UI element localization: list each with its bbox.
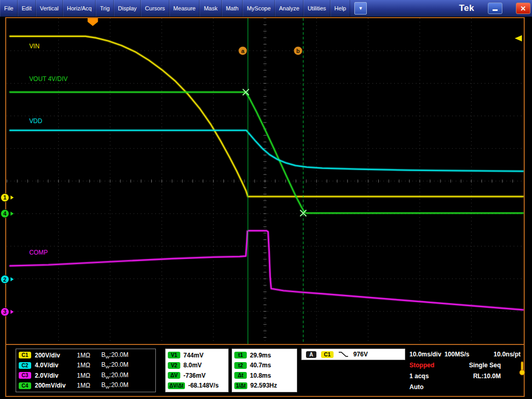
cursor-readout-value-v2: 8.0mV (183, 362, 202, 369)
menu-utilities[interactable]: Utilities (303, 0, 330, 17)
svg-text:1: 1 (3, 194, 6, 201)
acquisition-state: Stopped (409, 362, 434, 369)
resolution-value: 10.0ns/pt (494, 351, 521, 358)
trigger-level-marker[interactable] (515, 35, 522, 42)
channel-impedance: 1MΩ (77, 352, 98, 359)
minimize-icon (493, 9, 498, 11)
menu-items: FileEditVerticalHoriz/AcqTrigDisplayCurs… (0, 0, 350, 17)
channel-readout-c4[interactable]: C4200mV/div1MΩBW:20.0M (19, 381, 153, 390)
acquisition-count: 1 acqs (409, 373, 429, 380)
cursor-b-letter: b (296, 48, 300, 54)
channel-marker-1[interactable]: 1 (1, 193, 14, 202)
channel-bandwidth: BW:20.0M (101, 361, 128, 369)
trigger-position-marker[interactable] (88, 18, 98, 26)
cursor-readout-badge-v-t: ΔV/Δt (168, 382, 185, 389)
channel-badge-c2[interactable]: C2 (19, 362, 31, 369)
cursor-readout-badge-t: Δt (234, 372, 247, 379)
menu-trig[interactable]: Trig (96, 0, 114, 17)
temperature-icon (519, 361, 525, 376)
status-bar: C1200V/div1MΩBW:20.0MC24.0V/div1MΩBW:20.… (6, 345, 524, 396)
channel-impedance: 1MΩ (77, 362, 98, 369)
tek-logo: Tek (459, 3, 474, 14)
channel-bandwidth: BW:20.0M (101, 371, 128, 380)
channel-scale: 200mV/div (35, 382, 73, 389)
menu-vertical[interactable]: Vertical (36, 0, 63, 17)
cursor-time-readouts: t129.9mst240.7msΔt10.8ms1/Δt92.593Hz (232, 349, 297, 392)
menu-bar: FileEditVerticalHoriz/AcqTrigDisplayCurs… (0, 0, 532, 17)
close-button[interactable]: ✕ (516, 3, 530, 14)
channel-badge-c4[interactable]: C4 (19, 382, 31, 389)
scope-screen: VINVOUT 4V/DIVVDDCOMPab1423 C1200V/div1M… (5, 17, 525, 397)
cursor-readout-v: ΔV-736mV (168, 372, 226, 379)
channel-marker-3[interactable]: 3 (1, 308, 14, 316)
menu-math[interactable]: Math (222, 0, 243, 17)
menu-help[interactable]: Help (330, 0, 351, 17)
cursor-voltage-readouts: V1744mVV28.0mVΔV-736mVΔV/Δt-68.148V/s (165, 349, 229, 392)
menu-dropdown-button[interactable]: ▼ (354, 2, 367, 15)
channel-marker-2[interactable]: 2 (1, 275, 14, 284)
channel-scale: 200V/div (35, 352, 73, 359)
cursor-readout-value-t1: 29.9ms (250, 352, 271, 359)
chevron-down-icon: ▼ (358, 6, 363, 11)
channel-readout-c1[interactable]: C1200V/div1MΩBW:20.0M (19, 351, 153, 360)
cursor-readout-t1: t129.9ms (234, 352, 295, 359)
wave-label-vdd: VDD (29, 117, 43, 125)
trace-ch3-comp-glow (10, 231, 523, 310)
channel-readout-c3[interactable]: C32.0V/div1MΩBW:20.0M (19, 371, 153, 380)
cursor-readout-value-t2: 40.7ms (250, 362, 271, 369)
channel-bandwidth: BW:20.0M (101, 351, 128, 360)
channel-scale: 2.0V/div (35, 372, 73, 379)
wave-label-comp: COMP (29, 249, 48, 256)
svg-text:2: 2 (3, 276, 6, 283)
cursor-readout-value-v1: 744mV (183, 352, 204, 359)
wave-label-vin: VIN (29, 43, 39, 50)
cursor-readout-v1: V1744mV (168, 352, 226, 359)
cursor-readout-badge-1-t: 1/Δt (234, 382, 247, 389)
svg-text:4: 4 (3, 210, 7, 217)
channel-badge-c1[interactable]: C1 (19, 352, 31, 358)
waveform-display: VINVOUT 4V/DIVVDDCOMPab1423 (6, 18, 524, 344)
horizontal-acquisition-panel: 10.0ms/div 100MS/s 10.0ns/pt Stopped Sin… (409, 349, 521, 393)
wave-label-vout: VOUT 4V/DIV (29, 75, 68, 83)
cursor-readout-badge-v2: V2 (168, 362, 180, 369)
menu-myscope[interactable]: MyScope (243, 0, 275, 17)
trace-ch1-vin (10, 36, 523, 197)
cursor-readout-t2: t240.7ms (234, 362, 295, 369)
acquisition-state-row: Stopped Single Seq (409, 360, 521, 370)
menu-horiz-acq[interactable]: Horiz/Acq (63, 0, 96, 17)
menu-file[interactable]: File (0, 0, 18, 17)
channel-scale: 4.0V/div (35, 362, 73, 369)
channel-readout-c2[interactable]: C24.0V/div1MΩBW:20.0M (19, 361, 153, 369)
trigger-status[interactable]: A C1 976V (301, 349, 405, 360)
trigger-a-badge: A (306, 351, 316, 358)
acquisition-count-row: 1 acqs RL:10.0M (409, 370, 521, 381)
menu-edit[interactable]: Edit (18, 0, 36, 17)
trigger-mode: Auto (409, 383, 423, 391)
waveform-display-area: VINVOUT 4V/DIVVDDCOMPab1423 (6, 18, 524, 345)
acquisition-mode: Single Seq (469, 362, 501, 369)
channel-badge-c3[interactable]: C3 (19, 372, 31, 379)
cursor-readout-value-v-t: -68.148V/s (188, 382, 219, 389)
cursor-readout-badge-v: ΔV (168, 372, 180, 379)
cursor-readout-t: Δt10.8ms (234, 372, 295, 379)
minimize-button[interactable] (488, 3, 502, 14)
cursor-readout-value-1-t: 92.593Hz (250, 382, 277, 389)
menu-measure[interactable]: Measure (169, 0, 200, 17)
falling-edge-icon (338, 351, 349, 358)
trace-ch2-vdd-glow (10, 130, 523, 171)
channel-marker-4[interactable]: 4 (1, 209, 14, 218)
cursor-readout-v2: V28.0mV (168, 362, 226, 369)
menu-display[interactable]: Display (114, 0, 141, 17)
cursor-a-letter: a (241, 48, 245, 54)
trace-ch3-comp (10, 231, 523, 310)
menu-cursors[interactable]: Cursors (141, 0, 169, 17)
menu-mask[interactable]: Mask (200, 0, 221, 17)
trace-ch1-vin-glow (10, 36, 523, 197)
cursor-readout-value-t: 10.8ms (250, 372, 271, 379)
cursor-readout-1-t: 1/Δt92.593Hz (234, 382, 295, 389)
cursor-readout-badge-v1: V1 (168, 352, 180, 358)
menu-analyze[interactable]: Analyze (275, 0, 303, 17)
close-icon: ✕ (521, 5, 526, 12)
channel-settings-panel: C1200V/div1MΩBW:20.0MC24.0V/div1MΩBW:20.… (16, 349, 156, 392)
trigger-level-value: 976V (353, 351, 368, 358)
